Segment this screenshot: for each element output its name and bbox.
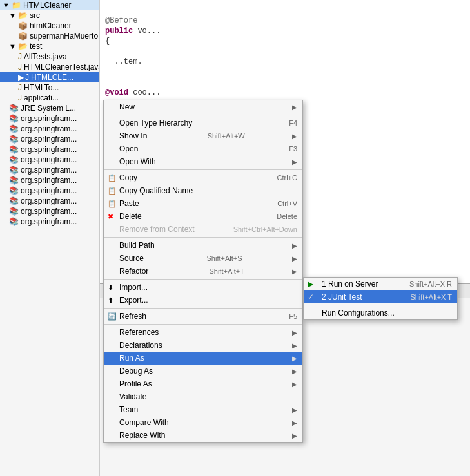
menu-item-copy-qualified-name[interactable]: 📋 Copy Qualified Name [104, 184, 302, 197]
tree-item-spring3[interactable]: 📚 org.springfram... [0, 134, 99, 144]
tree-item-spring11[interactable]: 📚 org.springfram... [0, 216, 99, 227]
java-icon: J [18, 93, 22, 102]
folder-icon: 📂 [18, 11, 28, 20]
menu-label: Export... [119, 296, 148, 305]
expand-icon: ▼ [3, 1, 10, 9]
item-label: HTMLCleaner [23, 1, 72, 10]
jar-icon: 📚 [9, 155, 19, 164]
menu-label: Import... [119, 283, 148, 292]
menu-item-new[interactable]: New ▶ [104, 100, 302, 113]
tree-item-spring4[interactable]: 📚 org.springfram... [0, 144, 99, 155]
tree-item-jre[interactable]: 📚 JRE System L... [0, 103, 99, 113]
submenu-item-junit[interactable]: ✓ 2 JUnit Test Shift+Alt+X T [304, 290, 457, 303]
jar-icon: 📚 [9, 104, 19, 113]
tree-item-test[interactable]: ▼ 📂 test [0, 41, 99, 52]
menu-item-replace-with[interactable]: Replace With ▶ [104, 429, 302, 442]
menu-item-paste[interactable]: 📋 Paste Ctrl+V [104, 197, 302, 210]
menu-item-source[interactable]: Source Shift+Alt+S ▶ [104, 252, 302, 265]
shortcut-label: Shift+Alt+X R [409, 280, 452, 288]
submenu-arrow: ▶ [292, 432, 297, 439]
package-icon: 📦 [18, 21, 28, 30]
tree-item-spring9[interactable]: 📚 org.springfram... [0, 196, 99, 206]
menu-label: Validate [119, 392, 146, 401]
java-icon: J [18, 83, 22, 92]
tree-item-alltests[interactable]: J AllTests.java [0, 52, 99, 62]
tree-item-spring8[interactable]: 📚 org.springfram... [0, 186, 99, 196]
tree-item-src[interactable]: ▼ 📂 src [0, 10, 99, 21]
item-label: test [30, 42, 42, 51]
shortcut-label: Shift+Alt+W [208, 132, 245, 140]
menu-label: Refresh [119, 312, 146, 321]
shortcut-label: Shift+Alt+S [206, 254, 242, 262]
shortcut-label: F3 [289, 145, 297, 153]
menu-item-references[interactable]: References ▶ [104, 326, 302, 339]
tree-item-superman[interactable]: 📦 supermanHaMuerto [0, 31, 99, 41]
code-line: @Before [105, 15, 465, 26]
item-label: org.springfram... [21, 207, 77, 216]
menu-item-build-path[interactable]: Build Path ▶ [104, 239, 302, 252]
submenu-item-run-config[interactable]: Run Configurations... [304, 307, 457, 319]
shortcut-label: F5 [289, 312, 297, 320]
tree-item-htmlcleanertest[interactable]: J HTMLCleanerTest.java [0, 62, 99, 72]
java-icon: J [18, 52, 22, 61]
tree-item-spring6[interactable]: 📚 org.springfram... [0, 165, 99, 175]
item-label: HTMLCLE... [31, 73, 73, 82]
tree-item-htmlto[interactable]: J HTMLTo... [0, 82, 99, 93]
menu-item-remove-context[interactable]: Remove from Context Shift+Ctrl+Alt+Down [104, 223, 302, 236]
run-as-submenu: ▶ 1 Run on Server Shift+Alt+X R ✓ 2 JUni… [303, 277, 458, 320]
menu-item-refresh[interactable]: 🔄 Refresh F5 [104, 310, 302, 323]
menu-item-run-as[interactable]: Run As ▶ [104, 352, 302, 365]
shortcut-label: F4 [289, 119, 297, 127]
menu-divider [104, 308, 302, 309]
item-label: htmlCleaner [30, 21, 72, 30]
item-label: org.springfram... [21, 186, 77, 195]
tree-item-spring7[interactable]: 📚 org.springfram... [0, 175, 99, 186]
menu-item-validate[interactable]: Validate [104, 390, 302, 403]
code-line: ..tem. [105, 57, 465, 67]
tree-item-htmlcleaner[interactable]: ▼ 📁 HTMLCleaner [0, 0, 99, 10]
menu-item-open[interactable]: Open F3 [104, 142, 302, 155]
submenu-arrow: ▶ [292, 133, 297, 140]
java-icon: J [25, 73, 29, 82]
submenu-arrow: ▶ [292, 255, 297, 262]
menu-item-copy[interactable]: 📋 Copy Ctrl+C [104, 171, 302, 184]
menu-label: Declarations [119, 341, 162, 350]
jar-icon: 📚 [9, 207, 19, 216]
menu-item-open-type-hierarchy[interactable]: Open Type Hierarchy F4 [104, 117, 302, 129]
menu-item-debug-as[interactable]: Debug As ▶ [104, 365, 302, 377]
menu-item-import[interactable]: ⬇ Import... [104, 281, 302, 294]
menu-divider [104, 169, 302, 170]
submenu-item-run-on-server[interactable]: ▶ 1 Run on Server Shift+Alt+X R [304, 278, 457, 290]
submenu-arrow: ▶ [292, 355, 297, 362]
expand-arrow: ▶ [18, 73, 24, 82]
menu-label: Copy [119, 173, 137, 182]
package-explorer: ▼ 📁 HTMLCleaner ▼ 📂 src 📦 htmlCleaner 📦 … [0, 0, 100, 476]
item-label: src [30, 11, 40, 20]
submenu-divider [304, 305, 457, 305]
submenu-arrow: ▶ [292, 368, 297, 375]
menu-item-refactor[interactable]: Refactor Shift+Alt+T ▶ [104, 265, 302, 278]
expand-icon: ▼ [9, 43, 16, 50]
context-menu: New ▶ Open Type Hierarchy F4 Show In Shi… [103, 100, 303, 443]
menu-item-profile-as[interactable]: Profile As ▶ [104, 377, 302, 390]
item-label: org.springfram... [21, 135, 77, 144]
menu-item-declarations[interactable]: Declarations ▶ [104, 339, 302, 352]
menu-item-export[interactable]: ⬆ Export... [104, 294, 302, 307]
menu-item-compare-with[interactable]: Compare With ▶ [104, 416, 302, 429]
menu-item-open-with[interactable]: Open With ▶ [104, 155, 302, 168]
tree-item-application[interactable]: J applicati... [0, 93, 99, 103]
package-icon: 📦 [18, 32, 28, 41]
tree-item-spring10[interactable]: 📚 org.springfram... [0, 206, 99, 216]
menu-item-show-in[interactable]: Show In Shift+Alt+W ▶ [104, 129, 302, 142]
menu-label: Delete [119, 212, 142, 221]
item-label: JRE System L... [21, 104, 76, 113]
menu-label: Run Configurations... [322, 309, 395, 318]
tree-item-spring2[interactable]: 📚 org.springfram... [0, 124, 99, 134]
tree-item-htmlcleaner-pkg[interactable]: 📦 htmlCleaner [0, 21, 99, 31]
tree-item-spring5[interactable]: 📚 org.springfram... [0, 155, 99, 165]
menu-item-team[interactable]: Team ▶ [104, 403, 302, 416]
tree-item-htmlcle-selected[interactable]: ▶ J HTMLCLE... [0, 72, 99, 82]
tree-item-spring1[interactable]: 📚 org.springfram... [0, 113, 99, 124]
shortcut-label: Ctrl+V [277, 200, 297, 207]
menu-item-delete[interactable]: ✖ Delete Delete [104, 210, 302, 223]
